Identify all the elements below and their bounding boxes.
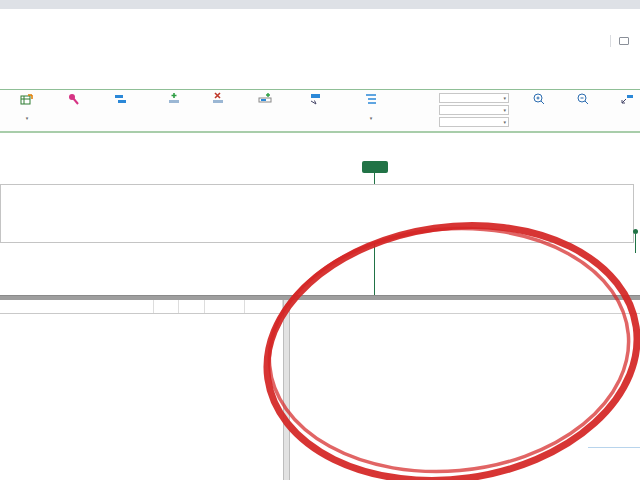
manually-schedule-button[interactable] [54,91,94,106]
zoom-in-icon [532,92,546,106]
add-as-tasks-button[interactable] [292,91,338,106]
delete-task-button[interactable] [198,91,238,106]
add-to-timeline-button[interactable] [242,91,288,106]
view-dropdown[interactable] [439,93,509,103]
insert-icon [167,92,181,106]
delete-icon [211,92,225,106]
bookmarks-bar [0,30,640,53]
ribbon-group-label [348,129,509,131]
ribbon-group-dados [344,90,513,131]
other-bookmarks-folder[interactable] [619,37,632,45]
today-badge [362,161,388,173]
dropdown-caret-icon [26,106,29,124]
ribbon [0,90,640,133]
pushpin-icon [67,92,81,106]
group-by-dropdown[interactable] [439,117,509,127]
column-header-predecessores[interactable] [179,300,205,313]
filter-dropdown[interactable] [439,105,509,115]
task-grid [0,300,283,480]
dropdown-caret-icon [503,107,506,113]
insert-task-button[interactable] [154,91,194,106]
column-header-tarefa[interactable] [0,300,154,313]
screen [0,0,640,480]
ribbon-group-label [519,129,640,131]
outline-list-icon [364,92,378,106]
add-to-timeline-icon [258,92,272,106]
folder-icon [619,37,629,45]
dropdown-caret-icon [370,106,373,124]
timeline-milestone-line [635,234,636,253]
browser-tab-strip [0,0,640,9]
ribbon-group-edicao [0,90,148,131]
gantt-chart [290,300,640,480]
ribbon-group-label [4,129,144,131]
outline-button[interactable] [348,91,394,124]
set-baseline-button[interactable] [4,91,50,124]
task-grid-header [0,300,283,314]
scroll-to-task-button[interactable] [607,91,640,106]
page-actions-row [0,78,640,90]
ribbon-group-label [154,129,338,131]
gantt-link-line [588,447,640,448]
baseline-grid-icon [20,92,34,106]
zoom-out-button[interactable] [563,91,603,106]
gantt-scale-months [290,307,640,315]
browser-url-bar [0,9,640,31]
vertical-splitter[interactable] [283,300,290,480]
column-header-inicio[interactable] [205,300,245,313]
auto-schedule-button[interactable] [98,91,144,106]
dropdown-caret-icon [503,95,506,101]
project-status-bar [0,132,640,146]
ribbon-group-zoom [515,90,640,131]
zoom-out-icon [576,92,590,106]
scroll-to-task-icon [620,92,634,106]
dropdown-caret-icon [503,119,506,125]
column-header-pct[interactable] [154,300,179,313]
timeline[interactable] [0,184,634,243]
column-header-termino[interactable] [245,300,283,313]
add-task-icon [308,92,322,106]
suite-bar [0,52,640,78]
ribbon-group-tarefas [150,90,342,131]
auto-schedule-icon [114,92,128,106]
zoom-in-button[interactable] [519,91,559,106]
divider [610,35,611,47]
